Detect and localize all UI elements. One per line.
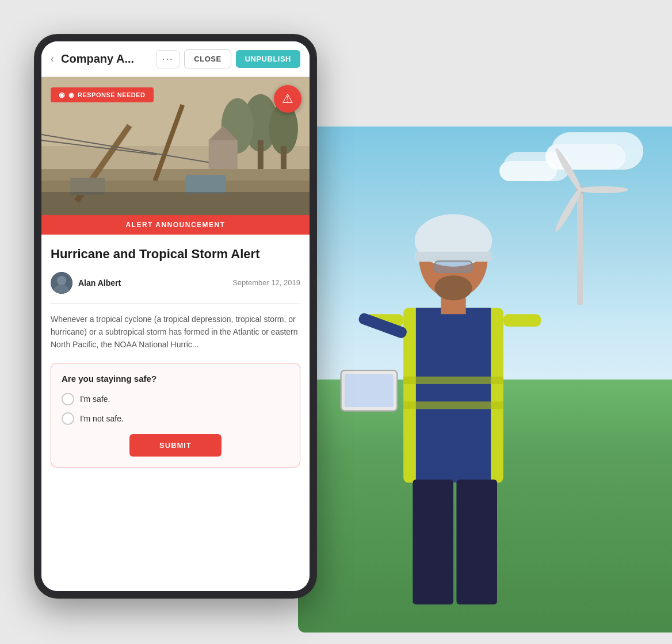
warning-triangle-icon: ⚠ bbox=[282, 91, 293, 106]
svg-point-42 bbox=[57, 276, 66, 285]
company-name-label: Company A... bbox=[61, 52, 151, 66]
tablet-screen: ‹ Company A... ··· CLOSE UNPUBLISH bbox=[41, 41, 310, 591]
alert-type-banner: ALERT ANNOUNCEMENT bbox=[41, 215, 310, 235]
svg-rect-13 bbox=[434, 261, 472, 273]
article-content: Hurricane and Tropical Storm Alert Alan … bbox=[41, 235, 310, 490]
author-row: Alan Albert September 12, 2019 bbox=[51, 272, 300, 294]
svg-rect-12 bbox=[415, 252, 492, 262]
svg-rect-19 bbox=[345, 374, 394, 408]
unpublish-button[interactable]: UNPUBLISH bbox=[236, 50, 300, 68]
survey-option-1-label: I'm safe. bbox=[80, 394, 110, 404]
back-arrow-icon[interactable]: ‹ bbox=[51, 53, 54, 65]
survey-question: Are you stayinng safe? bbox=[62, 374, 289, 384]
alert-image: ◉ RESPONSE NEEDED ⚠ bbox=[41, 77, 310, 215]
warning-icon-circle: ⚠ bbox=[274, 85, 301, 113]
survey-card: Are you stayinng safe? I'm safe. I'm not… bbox=[51, 363, 300, 467]
author-avatar bbox=[51, 272, 72, 294]
response-badge-label: RESPONSE NEEDED bbox=[78, 91, 146, 98]
survey-option-2-label: I'm not safe. bbox=[80, 414, 124, 423]
svg-rect-16 bbox=[503, 314, 541, 327]
article-title: Hurricane and Tropical Storm Alert bbox=[51, 246, 300, 263]
eye-icon: ◉ bbox=[68, 91, 75, 99]
alert-type-label: ALERT ANNOUNCEMENT bbox=[125, 221, 225, 229]
more-options-button[interactable]: ··· bbox=[156, 50, 180, 68]
svg-rect-8 bbox=[403, 401, 503, 409]
worker-photo-panel bbox=[298, 126, 672, 632]
svg-point-14 bbox=[434, 275, 472, 300]
svg-rect-21 bbox=[456, 480, 497, 604]
radio-button-2[interactable] bbox=[62, 412, 74, 425]
author-name: Alan Albert bbox=[78, 278, 227, 288]
svg-point-3 bbox=[578, 186, 628, 193]
survey-option-2[interactable]: I'm not safe. bbox=[62, 412, 289, 425]
svg-rect-20 bbox=[413, 480, 453, 604]
article-date: September 12, 2019 bbox=[232, 278, 300, 287]
svg-rect-6 bbox=[416, 308, 491, 482]
article-body-text: Whenever a tropical cyclone (a tropical … bbox=[51, 313, 300, 351]
svg-rect-7 bbox=[403, 377, 503, 384]
submit-button[interactable]: SUBMIT bbox=[129, 434, 222, 457]
radio-button-1[interactable] bbox=[62, 393, 74, 405]
content-area: ◉ RESPONSE NEEDED ⚠ ALERT ANNOUNCEMENT H… bbox=[41, 77, 310, 591]
scene: ‹ Company A... ··· CLOSE UNPUBLISH bbox=[0, 0, 672, 644]
worker-figure bbox=[315, 195, 591, 632]
author-avatar-icon bbox=[51, 272, 72, 294]
divider bbox=[51, 303, 300, 304]
survey-option-1[interactable]: I'm safe. bbox=[62, 393, 289, 405]
svg-point-2 bbox=[553, 146, 584, 193]
close-button[interactable]: CLOSE bbox=[184, 49, 231, 68]
response-needed-badge: ◉ RESPONSE NEEDED bbox=[51, 87, 154, 102]
header-bar: ‹ Company A... ··· CLOSE UNPUBLISH bbox=[41, 41, 310, 77]
tablet-device: ‹ Company A... ··· CLOSE UNPUBLISH bbox=[35, 34, 316, 598]
